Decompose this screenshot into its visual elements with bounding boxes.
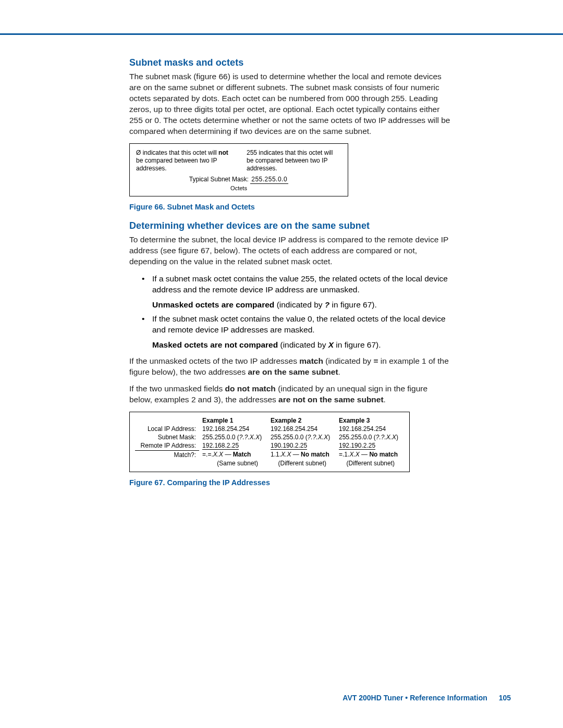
para2-f: are on the same subnet <box>248 367 338 376</box>
para3-e: . <box>384 395 386 404</box>
fig67-mask-2: 255.255.0.0 (?.?.X.X) <box>267 433 336 441</box>
fig67-mask-row: Subnet Mask: 255.255.0.0 (?.?.X.X) 255.2… <box>135 433 404 441</box>
page-footer: AVT 200HD Tuner • Reference Information … <box>342 694 511 702</box>
fig67-local-1: 192.168.254.254 <box>199 425 267 433</box>
para-determining-1: To determine the subnet, the local devic… <box>129 235 452 267</box>
fig66-mid-ip: 255.255.0.0 <box>250 176 288 184</box>
fig67-sub-row: (Same subnet) (Different subnet) (Differ… <box>135 459 404 467</box>
fig67-local-label: Local IP Address: <box>135 425 199 433</box>
figure-66-caption: Figure 66. Subnet Mask and Octets <box>129 203 452 211</box>
para-subnet-masks: The subnet mask (figure 66) is used to d… <box>129 71 452 137</box>
fig67-mask-3: 255.255.0.0 (?.?.X.X) <box>336 433 404 441</box>
para3-a: If the two unmasked fields <box>129 384 225 393</box>
fig67-local-3: 192.168.254.254 <box>336 425 404 433</box>
bullet-1-sub-b: in figure 67). <box>329 300 376 309</box>
bullet-1: If a subnet mask octet contains the valu… <box>142 274 452 311</box>
fig67-mask-1: 255.255.0.0 (?.?.X.X) <box>199 433 267 441</box>
footer-page-number: 105 <box>499 694 511 702</box>
fig67-h2: Example 2 <box>267 416 336 425</box>
bullet-2-sub: Masked octets are not compared (indicate… <box>152 340 452 351</box>
bullet-2-text: If the subnet mask octet contains the va… <box>152 314 446 334</box>
para2-c: (indicated by <box>323 356 374 365</box>
para-nomatch: If the two unmasked fields do not match … <box>129 384 452 405</box>
para2-a: If the unmasked octets of the two IP add… <box>129 356 299 365</box>
fig66-caption-text: Subnet Mask and Octets <box>167 203 255 211</box>
para2-b: match <box>299 356 323 365</box>
bullet-2-sub-b: in figure 67). <box>334 340 381 349</box>
fig66-caption-label: Figure 66. <box>129 203 165 211</box>
fig67-sub-3: (Different subnet) <box>336 459 404 467</box>
fig67-remote-2: 190.190.2.25 <box>267 441 336 450</box>
fig67-match-label: Match?: <box>135 450 199 459</box>
fig66-mid: Typical Subnet Mask: 255.255.0.0 <box>136 176 341 184</box>
fig67-h1: Example 1 <box>199 416 267 425</box>
bullet-2: If the subnet mask octet contains the va… <box>142 314 452 351</box>
fig67-mask-label: Subnet Mask: <box>135 433 199 441</box>
heading-determining: Determining whether devices are on the s… <box>129 220 452 231</box>
footer-text: AVT 200HD Tuner • Reference Information <box>342 694 487 702</box>
fig67-local-2: 192.168.254.254 <box>267 425 336 433</box>
fig67-h3: Example 3 <box>336 416 404 425</box>
top-rule <box>0 33 563 35</box>
fig66-left-pre: Ø indicates that this octet will <box>136 149 218 156</box>
fig67-remote-1: 192.168.2.25 <box>199 441 267 450</box>
fig67-match-row: Match?: =.=.X.X — Match 1.1.X.X — No mat… <box>135 450 404 459</box>
fig66-left-note: Ø indicates that this octet will not be … <box>136 149 231 172</box>
heading-subnet-masks: Subnet masks and octets <box>129 57 452 68</box>
fig67-remote-row: Remote IP Address: 192.168.2.25 190.190.… <box>135 441 404 450</box>
fig67-match-1: =.=.X.X — Match <box>199 450 267 459</box>
fig67-match-2: 1.1.X.X — No match <box>267 450 336 459</box>
fig67-table: Example 1 Example 2 Example 3 Local IP A… <box>135 416 404 467</box>
fig67-remote-label: Remote IP Address: <box>135 441 199 450</box>
fig67-remote-3: 192.190.2.25 <box>336 441 404 450</box>
fig67-sub-1: (Same subnet) <box>199 459 267 467</box>
fig66-right-note: 255 indicates that this octet will be co… <box>247 149 341 172</box>
fig67-header-row: Example 1 Example 2 Example 3 <box>135 416 404 425</box>
page-content: Subnet masks and octets The subnet mask … <box>129 57 452 496</box>
fig66-left-post: be compared between two IP addresses. <box>136 157 217 172</box>
bullet-1-sub-sym: ? <box>325 300 329 309</box>
fig66-left-bold: not <box>218 149 228 156</box>
bullet-2-sub-a: (indicated by <box>278 340 328 349</box>
fig67-caption-text: Comparing the IP Addresses <box>167 478 270 487</box>
bullet-2-sub-sym: X <box>328 340 334 349</box>
bullet-1-sub: Unmasked octets are compared (indicated … <box>152 300 452 311</box>
para2-g: . <box>338 367 340 376</box>
bullet-list: If a subnet mask octet contains the valu… <box>142 274 452 351</box>
fig66-octets-label: Octets <box>136 185 341 192</box>
para-match: If the unmasked octets of the two IP add… <box>129 356 452 378</box>
figure-67-box: Example 1 Example 2 Example 3 Local IP A… <box>129 412 410 472</box>
bullet-1-text: If a subnet mask octet contains the valu… <box>152 274 448 294</box>
fig66-mid-label: Typical Subnet Mask: <box>189 176 250 183</box>
bullet-1-sub-bold: Unmasked octets are compared <box>152 300 274 309</box>
fig67-sub-2: (Different subnet) <box>267 459 336 467</box>
fig67-caption-label: Figure 67. <box>129 478 165 487</box>
figure-66-box: Ø indicates that this octet will not be … <box>129 143 348 197</box>
para3-b: do not match <box>225 384 276 393</box>
para3-d: are not on the same subnet <box>278 395 384 404</box>
fig67-match-3: =.1.X.X — No match <box>336 450 404 459</box>
fig67-local-row: Local IP Address: 192.168.254.254 192.16… <box>135 425 404 433</box>
figure-67-caption: Figure 67. Comparing the IP Addresses <box>129 478 452 487</box>
bullet-2-sub-bold: Masked octets are not compared <box>152 340 278 349</box>
bullet-1-sub-a: (indicated by <box>274 300 325 309</box>
